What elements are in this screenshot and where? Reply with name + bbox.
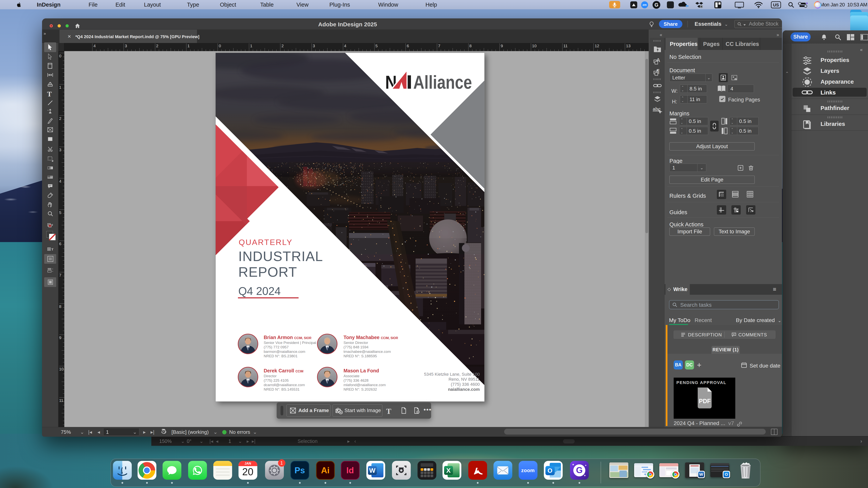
svg-text:(775) 225 4105: (775) 225 4105 (264, 379, 289, 383)
svg-text:Brian Armon CCIM, SIOR: Brian Armon CCIM, SIOR (264, 335, 312, 340)
svg-text:naialliance.com: naialliance.com (448, 387, 480, 392)
svg-text:NRED N°: BS.23801: NRED N°: BS.23801 (264, 354, 298, 358)
svg-text:barmon@naialliance.com: barmon@naialliance.com (264, 350, 305, 354)
svg-text:NRED N°: S.202632: NRED N°: S.202632 (343, 387, 377, 391)
svg-text:Associate: Associate (343, 374, 360, 378)
svg-text:QUARTERLY: QUARTERLY (239, 238, 292, 247)
svg-text:mlafond@naialliance.com: mlafond@naialliance.com (343, 383, 386, 387)
svg-text:(775) 848 1594: (775) 848 1594 (343, 345, 369, 349)
svg-text:(775) 772 0957: (775) 772 0957 (264, 345, 289, 349)
svg-text:Senior Vice President | Princi: Senior Vice President | Principal (264, 340, 316, 345)
svg-text:(775) 336 4628: (775) 336 4628 (343, 379, 369, 383)
svg-text:INDUSTRIAL: INDUSTRIAL (238, 249, 323, 264)
svg-text:REPORT: REPORT (238, 264, 297, 280)
svg-text:dcarroll@naialliance.com: dcarroll@naialliance.com (264, 383, 305, 387)
svg-text:NRED N°: S.188595: NRED N°: S.188595 (343, 354, 377, 358)
svg-text:+: + (48, 109, 49, 111)
svg-text:Tony Machabee CCIM, SIOR: Tony Machabee CCIM, SIOR (343, 335, 398, 340)
svg-text:Reno, NV 89511: Reno, NV 89511 (448, 377, 480, 382)
svg-text:Derek Carroll CCIM: Derek Carroll CCIM (264, 368, 303, 373)
svg-text:PDF: PDF (699, 398, 711, 404)
svg-text:(775) 336 4600: (775) 336 4600 (451, 382, 480, 387)
svg-text:tmachabee@naialliance.com: tmachabee@naialliance.com (343, 350, 391, 354)
svg-text:Alliance: Alliance (413, 72, 472, 93)
svg-text:5345 Kietzke Lane, Suite 100: 5345 Kietzke Lane, Suite 100 (424, 372, 480, 377)
svg-text:NRED N°: BS.145531: NRED N°: BS.145531 (264, 387, 300, 391)
svg-text:Senior Director: Senior Director (343, 340, 368, 345)
svg-text:Q4 2024: Q4 2024 (238, 285, 281, 297)
svg-text:Director: Director (264, 374, 277, 378)
svg-text:T: T (51, 248, 54, 251)
svg-text:Mason La Fond: Mason La Fond (343, 368, 379, 373)
